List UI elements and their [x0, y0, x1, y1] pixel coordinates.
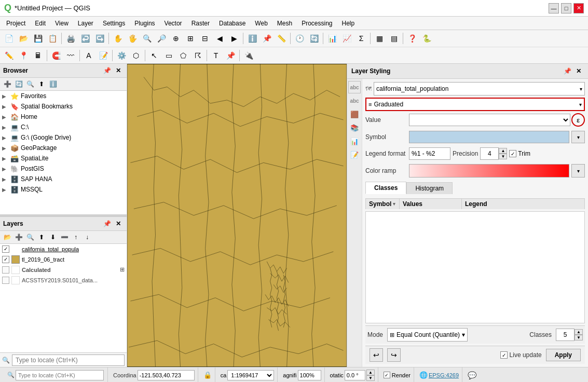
message-icon[interactable]: 💬	[468, 371, 476, 379]
layer-checkbox[interactable]	[2, 266, 9, 274]
menu-vector[interactable]: Vector	[160, 19, 186, 28]
digitize-btn[interactable]: ✏️	[2, 49, 16, 62]
text-btn[interactable]: T	[209, 49, 223, 62]
menu-layer[interactable]: Layer	[74, 19, 98, 28]
browser-item-spatialite[interactable]: ▶ 🗃️ SpatiaLite	[0, 153, 127, 163]
locate-input[interactable]	[12, 354, 125, 366]
zoom-layer-button[interactable]: ⊞	[184, 32, 197, 45]
browser-item-geopackage[interactable]: ▶ 📦 GeoPackage	[0, 143, 127, 153]
layer-diagram-button[interactable]: ▦	[373, 32, 386, 45]
menu-processing[interactable]: Processing	[297, 19, 336, 28]
plugins2-btn[interactable]: 🔌	[242, 49, 255, 62]
render-checkbox[interactable]: ✓	[384, 372, 390, 378]
symbol-preview[interactable]	[409, 131, 569, 143]
select-poly-btn[interactable]: ⬠	[176, 49, 190, 62]
style-icon-abc2[interactable]: abc	[348, 94, 361, 107]
browser-item-mssql[interactable]: ▶ 🗄️ MSSQL	[0, 184, 127, 195]
maximize-button[interactable]: □	[561, 3, 571, 13]
browser-refresh-btn[interactable]: 🔄	[13, 79, 24, 89]
layers-filter-btn[interactable]: 🔍	[25, 232, 35, 242]
expression-button[interactable]: ε	[571, 113, 585, 127]
time-button[interactable]: 🕐	[293, 32, 306, 45]
field-calc-btn[interactable]: 🖩	[31, 49, 45, 62]
pan-map-button[interactable]: 🖐	[126, 32, 139, 45]
annotation-btn[interactable]: 📝	[97, 49, 110, 62]
style-icon-note[interactable]: 📝	[348, 148, 361, 161]
layer-item-ca-population[interactable]: ✓ california_total_popula	[0, 244, 127, 254]
save-as-button[interactable]: 📋	[46, 32, 59, 45]
select-rect-btn[interactable]: ▭	[162, 49, 175, 62]
measure-button[interactable]: 📏	[275, 32, 288, 45]
value-input[interactable]	[409, 114, 570, 126]
layer-name-dropdown[interactable]: california_total_population ▾	[374, 82, 585, 96]
epsg-label[interactable]: EPSG:4269	[429, 372, 459, 378]
attributes-button[interactable]: 📊	[325, 32, 339, 45]
browser-item-bookmarks[interactable]: ▶ 🔖 Spatial Bookmarks	[0, 101, 127, 112]
coordinate-input[interactable]	[138, 370, 195, 380]
graduated-dropdown[interactable]: ≡ Graduated ▾	[365, 98, 585, 111]
layer-checkbox[interactable]	[2, 277, 9, 284]
menu-edit[interactable]: Edit	[31, 19, 50, 28]
python-button[interactable]: 🐍	[420, 32, 433, 45]
redo-button[interactable]: ↪️	[93, 32, 106, 45]
layers-collapse-btn[interactable]: ⬇	[48, 232, 58, 242]
layers-remove-btn[interactable]: ➖	[59, 232, 70, 242]
layer-item-calculated[interactable]: Calculated ⊞	[0, 265, 127, 275]
layers-open-btn[interactable]: 📂	[2, 232, 12, 242]
arrow-tool-btn[interactable]: ↖	[147, 49, 161, 62]
browser-item-home[interactable]: ▶ 🏠 Home	[0, 112, 127, 122]
browser-info-btn[interactable]: ℹ️	[48, 79, 58, 89]
layer-chart-button[interactable]: ▤	[387, 32, 401, 45]
browser-add-btn[interactable]: ➕	[2, 79, 12, 89]
browser-item-favorites[interactable]: ▶ ⭐ Favorites	[0, 91, 127, 101]
layers-close-button[interactable]: ✕	[113, 219, 124, 229]
new-project-button[interactable]: 📄	[2, 32, 16, 45]
value-select[interactable]	[409, 114, 570, 126]
undo-styling-button[interactable]: ↩	[370, 348, 383, 362]
labels-btn[interactable]: A	[82, 49, 95, 62]
zoom-out-button[interactable]: 🔎	[155, 32, 168, 45]
menu-project[interactable]: Project	[2, 19, 30, 28]
trim-checkbox[interactable]: ✓	[509, 150, 516, 157]
summary-button[interactable]: Σ	[354, 32, 368, 45]
identify-button[interactable]: ℹ️	[245, 32, 259, 45]
zoom-selection-button[interactable]: ⊟	[198, 32, 212, 45]
browser-item-gdrive[interactable]: ▶ 💻 G:\ (Google Drive)	[0, 132, 127, 143]
layers-expand-btn[interactable]: ⬆	[36, 232, 47, 242]
color-ramp-dropdown[interactable]: ▾	[571, 164, 585, 178]
browser-filter-btn[interactable]: 🔍	[25, 79, 35, 89]
styling-close-button[interactable]: ✕	[573, 66, 584, 76]
tab-histogram[interactable]: Histogram	[406, 182, 453, 194]
map-area[interactable]	[127, 64, 347, 367]
select-feature-button[interactable]: 📌	[260, 32, 274, 45]
minimize-button[interactable]: —	[549, 3, 559, 13]
color-ramp-preview[interactable]	[409, 164, 569, 178]
digitize2-btn[interactable]: 📍	[17, 49, 30, 62]
browser-item-c[interactable]: ▶ 💻 C:\	[0, 122, 127, 132]
layer-item-tract[interactable]: ✓ tl_2019_06_tract	[0, 254, 127, 265]
layer-checkbox[interactable]: ✓	[2, 256, 9, 263]
statistics-button[interactable]: 📈	[340, 32, 353, 45]
rotation-input[interactable]	[345, 370, 365, 380]
symbol-dropdown[interactable]: ▾	[571, 131, 585, 143]
browser-item-postgis[interactable]: ▶ 🐘 PostGIS	[0, 163, 127, 174]
menu-raster[interactable]: Raster	[187, 19, 214, 28]
browser-item-saphana[interactable]: ▶ 🗄️ SAP HANA	[0, 174, 127, 184]
open-project-button[interactable]: 📂	[17, 32, 30, 45]
classes-down[interactable]: ▼	[575, 335, 583, 340]
menu-plugins[interactable]: Plugins	[130, 19, 159, 28]
close-button[interactable]: ✕	[573, 3, 584, 13]
menu-view[interactable]: View	[51, 19, 73, 28]
browser-collapse-btn[interactable]: ⬆	[36, 79, 47, 89]
layer-item-acsst[interactable]: ACSST5Y2019.S0101_data...	[0, 275, 127, 285]
menu-database[interactable]: Database	[215, 19, 250, 28]
rotation-down[interactable]: ▼	[366, 375, 375, 381]
style-icon-chart[interactable]: 📊	[348, 135, 361, 147]
zoom-full-button[interactable]: ⊕	[169, 32, 183, 45]
menu-web[interactable]: Web	[251, 19, 271, 28]
precision-down[interactable]: ▼	[499, 154, 507, 159]
menu-help[interactable]: Help	[338, 19, 359, 28]
apply-button[interactable]: Apply	[546, 349, 581, 361]
print-button[interactable]: 🖨️	[64, 32, 77, 45]
mode-dropdown[interactable]: ⊞ Equal Count (Quantile) ▾	[387, 328, 468, 342]
